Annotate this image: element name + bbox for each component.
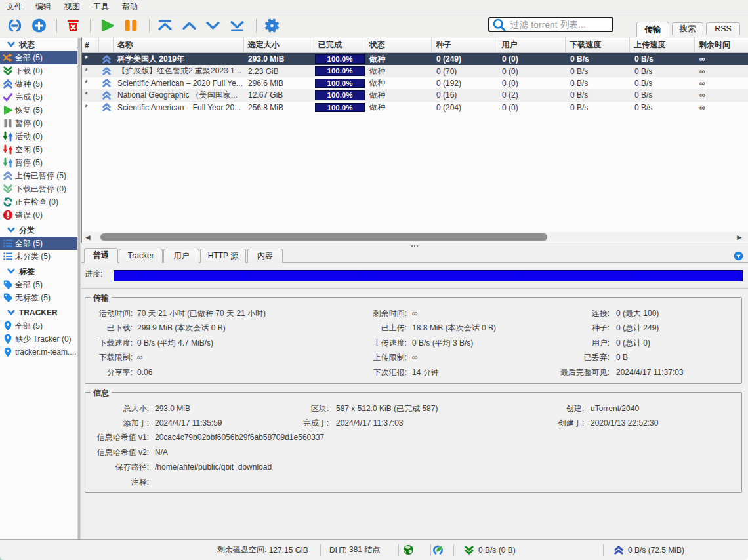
details-splitter[interactable] [81,243,748,248]
column-header-eta[interactable]: 剩余时间 [695,37,748,52]
refresh-icon [3,197,13,207]
move-bottom-button[interactable] [229,18,245,33]
column-header-done[interactable]: 已完成 [314,37,365,52]
tab-trackers[interactable]: Tracker [119,249,163,263]
sidebar-item-category-uncategorized[interactable]: 未分类 (5) [0,250,77,263]
menu-edit[interactable]: 编辑 [29,0,58,14]
checkmark-icon [3,92,13,102]
download-speed-status[interactable]: 0 B/s (0 B) [464,540,516,560]
connection-status[interactable] [403,540,414,560]
sidebar-item-tag-untagged[interactable]: 无标签 (5) [0,291,77,304]
sidebar-item-tracker-all[interactable]: 全部 (5) [0,319,77,332]
pause-button[interactable] [123,18,138,33]
sidebar-item-status-active[interactable]: 活动 (0) [0,130,77,143]
sidebar-item-status-errored[interactable]: 错误 (0) [0,209,77,222]
sidebar-item-status-stalled[interactable]: 暂停 (5) [0,156,77,169]
column-header-name[interactable]: 名称 [114,37,244,52]
torrent-row[interactable]: * 科学美国人 2019年 293.0 MiB 100.0% 做种 0 (249… [82,53,748,65]
sidebar-item-status-stalled-uploading[interactable]: 上传已暂停 (5) [0,169,77,182]
main-area: # 名称 选定大小 已完成 状态 种子 用户 下载速度 上传速度 剩余时间 * … [81,38,748,539]
horizontal-scrollbar[interactable]: ◀ ▶ [83,232,748,242]
sidebar-item-status-downloading[interactable]: 下载 (0) [0,64,77,77]
play-icon [100,18,115,33]
chevron-down-icon [7,40,16,49]
pieces-bar [114,270,743,281]
tracker-group-header[interactable]: TRACKER [0,306,77,319]
sidebar-item-category-all[interactable]: 全部 (5) [0,237,77,250]
torrent-name: Scientific American – Full Year 20... [114,103,244,112]
gear-icon [264,18,280,33]
menu-tools[interactable]: 工具 [87,0,115,14]
menu-file[interactable]: 文件 [0,0,29,14]
sidebar-item-tracker-mteam[interactable]: tracker.m-team.... [0,346,77,359]
tab-search[interactable]: 搜索 [672,22,703,35]
torrent-filter-input[interactable]: 过滤 torrent 列表... [488,17,613,32]
double-chevron-down-icon [464,545,474,555]
column-header-seeds[interactable]: 种子 [432,37,497,52]
scrollbar-thumb[interactable] [100,233,547,241]
progress-bar: 100.0% [315,54,365,64]
tab-content[interactable]: 内容 [247,249,283,263]
sidebar-item-status-checking[interactable]: 正在检查 (0) [0,195,77,209]
sidebar-item-status-seeding[interactable]: 做种 (5) [0,77,77,90]
delete-button[interactable] [65,18,81,33]
move-down-button[interactable] [205,18,220,33]
tab-rss[interactable]: RSS [706,22,740,35]
column-header-up-speed[interactable]: 上传速度 [630,37,695,52]
chevron-down-icon [7,267,16,276]
sidebar-item-status-paused[interactable]: 暂停 (0) [0,117,77,130]
column-header-status-icon[interactable] [99,37,114,52]
collapse-details-icon[interactable] [734,251,743,261]
plus-circle-icon [31,18,47,33]
seeding-icon [102,54,112,64]
sidebar-splitter[interactable] [77,38,81,539]
column-header-down-speed[interactable]: 下载速度 [566,37,630,52]
torrent-row[interactable]: * 【扩展版】红色警戒2 重聚2023 1... 2.23 GiB 100.0%… [82,65,748,77]
tab-transfers[interactable]: 传输 [636,22,669,37]
move-bottom-icon [230,18,245,33]
resume-button[interactable] [99,18,115,33]
move-top-icon [157,18,173,33]
column-header-peers[interactable]: 用户 [497,37,566,52]
scroll-left-arrow[interactable]: ◀ [83,232,93,242]
chevron-down-icon [7,226,16,235]
tag-icon [3,279,13,290]
sidebar-item-status-inactive[interactable]: 空闲 (5) [0,143,77,156]
torrent-row[interactable]: * Scientific American – 2020 Full Ye... … [82,77,748,89]
scroll-right-arrow[interactable]: ▶ [734,232,745,242]
torrent-row[interactable]: * National Geographic （美国国家... 12.67 GiB… [82,89,748,101]
filter-sidebar: 状态 全部 (5) 下载 (0) 做种 (5) 完成 (5) 恢复 (5) 暂停… [0,38,77,539]
options-button[interactable] [264,18,280,33]
sidebar-item-status-completed[interactable]: 完成 (5) [0,90,77,104]
column-header-number[interactable]: # [82,37,99,52]
sidebar-item-tracker-trackerless[interactable]: 缺少 Tracker (0) [0,332,77,346]
upload-speed-status[interactable]: 0 B/s (72.5 MiB) [613,540,684,560]
torrent-row[interactable]: * Scientific American – Full Year 20... … [82,102,748,113]
tag-group-header[interactable]: 标签 [0,265,77,278]
status-group-header[interactable]: 状态 [0,38,77,51]
add-torrent-file-button[interactable] [31,18,47,33]
field-row: 信息哈希值 v2:N/A [85,447,741,458]
arrows-down-up-icon [3,131,13,142]
category-group-header[interactable]: 分类 [0,224,77,237]
tab-general[interactable]: 普通 [84,248,118,263]
column-header-status[interactable]: 状态 [365,37,432,52]
torrent-table: # 名称 选定大小 已完成 状态 种子 用户 下载速度 上传速度 剩余时间 * … [81,37,748,243]
alt-speed-toggle[interactable] [432,540,444,560]
table-header-row: # 名称 选定大小 已完成 状态 种子 用户 下载速度 上传速度 剩余时间 [82,37,748,53]
move-up-icon [182,18,197,33]
sidebar-item-status-all[interactable]: 全部 (5) [0,51,77,64]
menu-help[interactable]: 帮助 [115,0,144,14]
column-header-size[interactable]: 选定大小 [244,37,314,52]
move-up-button[interactable] [181,18,197,33]
menu-view[interactable]: 视图 [58,0,87,14]
play-icon [3,105,13,115]
sidebar-item-tag-all[interactable]: 全部 (5) [0,278,77,291]
move-top-button[interactable] [157,18,173,33]
sidebar-item-status-resumed[interactable]: 恢复 (5) [0,104,77,117]
tab-http-sources[interactable]: HTTP 源 [200,249,246,263]
tab-peers[interactable]: 用户 [163,249,199,263]
sidebar-item-status-stalled-downloading[interactable]: 下载已暂停 (0) [0,182,77,195]
add-torrent-link-button[interactable] [7,18,22,33]
move-down-icon [205,18,220,33]
